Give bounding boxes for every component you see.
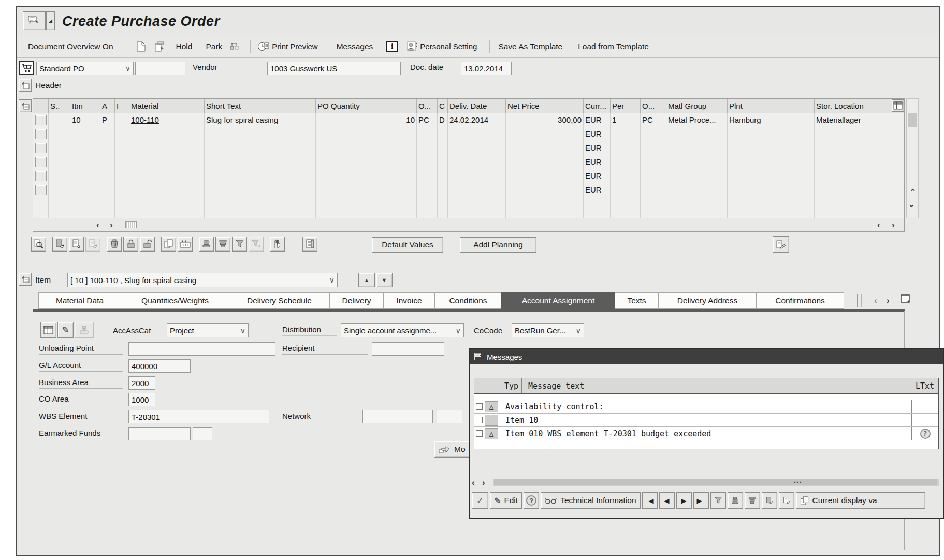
column-header[interactable]: PO Quantity — [316, 99, 417, 113]
message-checkbox[interactable] — [476, 403, 483, 410]
column-header[interactable]: A — [100, 99, 115, 113]
filter-icon[interactable] — [710, 492, 726, 509]
column-header[interactable]: O... — [641, 99, 666, 113]
sort-descending-icon[interactable] — [215, 237, 230, 252]
tab-delivery[interactable]: Delivery — [329, 292, 384, 309]
select-all-icon[interactable] — [69, 237, 84, 252]
copy-document-icon[interactable] — [153, 40, 167, 53]
scroll-left-icon[interactable]: ‹ — [877, 220, 880, 229]
default-values-button[interactable]: Default Values — [372, 237, 443, 253]
column-header[interactable]: Material — [129, 99, 205, 113]
account-assignment-table-icon[interactable] — [40, 322, 56, 338]
choose-detail-icon[interactable] — [762, 492, 777, 509]
scrollbar-thumb[interactable] — [125, 221, 137, 228]
network-counter-input[interactable] — [437, 410, 462, 423]
column-header[interactable]: Short Text — [205, 99, 316, 113]
column-settings-icon[interactable] — [178, 237, 193, 252]
change-display-icon[interactable] — [773, 236, 789, 253]
row-select-button[interactable] — [35, 157, 47, 167]
previous-item-button[interactable]: ▲ — [358, 273, 375, 287]
delete-icon[interactable] — [107, 237, 122, 252]
hold-button[interactable]: Hold — [173, 40, 196, 53]
distribution-select[interactable]: Single account assignme... ∨ — [341, 323, 464, 337]
column-header[interactable]: Curr... — [584, 99, 611, 113]
tab-texts[interactable]: Texts — [615, 292, 659, 309]
column-header[interactable]: Per — [611, 99, 641, 113]
long-text-help-icon[interactable]: ? — [920, 429, 931, 439]
info-icon[interactable]: i — [386, 41, 398, 52]
notes-icon[interactable] — [302, 237, 317, 252]
unloading-point-input[interactable] — [128, 342, 275, 356]
column-header[interactable]: I — [115, 99, 129, 113]
earmarked-funds-input[interactable] — [128, 427, 191, 440]
sort-ascending-icon[interactable] — [199, 237, 214, 252]
messages-button[interactable]: Messages — [333, 40, 376, 53]
gl-account-input[interactable]: 400000 — [128, 359, 191, 373]
last-message-button[interactable]: ▶ — [693, 492, 709, 509]
doc-date-input[interactable]: 13.02.2014 — [461, 62, 512, 75]
tab-delivery-address[interactable]: Delivery Address — [658, 292, 757, 309]
dialog-scroll-left-icon[interactable]: ‹ — [472, 478, 475, 487]
filter-icon[interactable] — [232, 237, 247, 252]
material-link[interactable]: 100-110 — [129, 113, 205, 127]
item-select[interactable]: [ 10 ] 100-110 , Slug for spiral casing … — [67, 273, 338, 287]
co-area-input[interactable]: 1000 — [128, 393, 155, 406]
scrollbar-thumb[interactable] — [494, 479, 937, 485]
table-vertical-scrollbar[interactable]: › › — [906, 98, 919, 218]
tab-material-data[interactable]: Material Data — [38, 292, 121, 309]
hold-item-icon[interactable] — [270, 237, 285, 252]
scroll-up-icon[interactable]: › — [907, 186, 918, 198]
current-display-variant-button[interactable]: Current display va — [796, 492, 925, 509]
sort-ascending-icon[interactable] — [728, 492, 743, 509]
menu-icon-button[interactable] — [23, 11, 46, 30]
order-type-extra-input[interactable] — [135, 62, 185, 75]
tab-quantities-weights[interactable]: Quantities/Weights — [121, 292, 229, 309]
full-screen-icon[interactable] — [900, 294, 911, 304]
recipient-input[interactable] — [372, 342, 444, 356]
tab-confirmations[interactable]: Confirmations — [756, 292, 844, 309]
edit-button[interactable]: ✎ Edit — [490, 492, 522, 509]
column-header[interactable] — [33, 99, 49, 113]
message-checkbox[interactable] — [476, 430, 483, 437]
network-input[interactable] — [362, 410, 433, 423]
row-select-button[interactable] — [35, 185, 47, 195]
dialog-horizontal-scrollbar[interactable]: ... — [493, 479, 939, 486]
technical-information-button[interactable]: Technical Information — [541, 492, 640, 509]
next-item-button[interactable]: ▼ — [376, 273, 393, 287]
column-header[interactable]: O... — [417, 99, 438, 113]
column-header[interactable]: Plnt — [728, 99, 815, 113]
load-from-template-button[interactable]: Load from Template — [575, 40, 652, 53]
copy-item-icon[interactable] — [161, 237, 176, 252]
item-detail-expand-button[interactable] — [19, 273, 32, 286]
cocode-select[interactable]: BestRun Ger... ∨ — [512, 323, 584, 337]
lock-icon[interactable] — [123, 237, 138, 252]
scroll-down-icon[interactable]: › — [907, 201, 918, 214]
column-header[interactable]: S.. — [49, 99, 70, 113]
table-horizontal-scrollbar[interactable]: ‹ › ‹ › — [33, 218, 904, 231]
edit-account-assignment-icon[interactable]: ✎ — [57, 322, 74, 338]
message-checkbox[interactable] — [476, 417, 483, 423]
column-header[interactable]: C — [438, 99, 448, 113]
dialog-scroll-right-icon[interactable]: › — [482, 478, 485, 487]
row-select-button[interactable] — [35, 171, 47, 181]
scrollbar-thumb[interactable] — [908, 113, 917, 127]
scroll-right-icon[interactable]: › — [892, 220, 895, 229]
typ-column-header[interactable]: Typ — [474, 378, 522, 393]
tab-conditions[interactable]: Conditions — [434, 292, 502, 309]
column-header[interactable]: Itm — [70, 99, 100, 113]
save-as-template-button[interactable]: Save As Template — [495, 40, 565, 53]
print-preview-button[interactable]: Print Preview — [256, 40, 319, 53]
menu-dropdown-button[interactable]: ◢ — [46, 11, 55, 30]
select-block-icon[interactable] — [52, 237, 67, 252]
row-select-button[interactable] — [35, 129, 47, 139]
header-expand-button[interactable] — [19, 79, 32, 92]
tab-splitter-bar[interactable] — [861, 294, 862, 307]
sort-descending-icon[interactable] — [745, 492, 760, 509]
next-message-button[interactable]: ▶ — [676, 492, 692, 509]
column-header[interactable]: Matl Group — [666, 99, 728, 113]
order-type-select[interactable]: Standard PO ∨ — [36, 62, 134, 75]
create-document-icon[interactable] — [135, 40, 148, 53]
personal-setting-button[interactable]: Personal Setting — [405, 40, 479, 53]
scroll-left-icon[interactable]: ‹ — [96, 220, 99, 229]
business-area-input[interactable]: 2000 — [128, 376, 155, 390]
